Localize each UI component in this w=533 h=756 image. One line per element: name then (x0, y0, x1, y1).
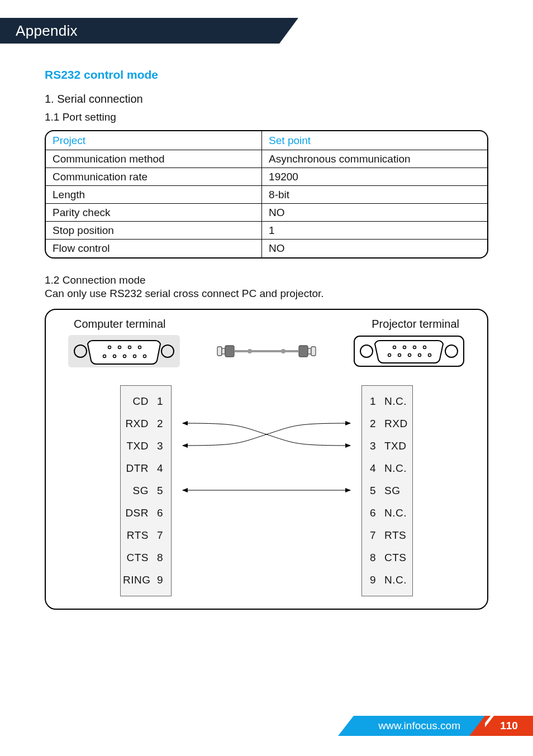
table-row: Communication rate19200 (46, 168, 487, 186)
section-title: RS232 control mode (45, 68, 488, 82)
svg-rect-16 (299, 346, 308, 357)
svg-rect-15 (225, 346, 234, 357)
pin-row: 6N.C. (364, 502, 410, 524)
computer-terminal-label: Computer terminal (74, 318, 166, 331)
port-setting-heading: 1.1 Port setting (45, 111, 488, 123)
table-row: Length8-bit (46, 186, 487, 204)
pin-row: 7RTS (364, 524, 410, 547)
table-row: Parity checkNO (46, 204, 487, 222)
th-project: Project (46, 131, 262, 150)
svg-rect-13 (217, 347, 222, 356)
pin-row: DSR6 (123, 502, 169, 524)
db9-male-icon (353, 335, 465, 370)
svg-rect-14 (222, 348, 225, 354)
pin-row: SG5 (123, 480, 169, 502)
port-setting-table: Project Set point Communication methodAs… (45, 130, 488, 259)
serial-heading: 1. Serial connection (45, 93, 488, 106)
svg-point-3 (161, 345, 174, 357)
pin-row: 2RXD (364, 413, 410, 435)
table-row: Communication methodAsynchronous communi… (46, 150, 487, 168)
pin-row: CTS8 (123, 547, 169, 569)
pin-row: RXD2 (123, 413, 169, 435)
pin-row: 9N.C. (364, 569, 410, 591)
svg-point-20 (248, 349, 252, 353)
conn-mode-text: Can only use RS232 serial cross connect … (45, 288, 488, 300)
page-content: RS232 control mode 1. Serial connection … (45, 68, 488, 610)
pin-row: 4N.C. (364, 457, 410, 480)
svg-point-21 (281, 349, 285, 353)
db9-female-icon (68, 335, 180, 370)
pin-row: 1N.C. (364, 390, 410, 413)
svg-point-23 (360, 345, 373, 357)
projector-terminal-label: Projector terminal (372, 318, 459, 331)
pin-row: CD1 (123, 390, 169, 413)
serial-cable-icon (216, 340, 317, 365)
pin-row: DTR4 (123, 457, 169, 480)
pin-row: 3TXD (364, 435, 410, 457)
cross-connection-arrows-icon (172, 385, 361, 597)
pin-row: RING9 (123, 569, 169, 591)
th-setpoint: Set point (262, 131, 487, 150)
appendix-header: Appendix (0, 18, 279, 44)
table-row: Stop position1 (46, 222, 487, 240)
pin-row: RTS7 (123, 524, 169, 547)
connection-diagram: Computer terminal Projector terminal (45, 309, 488, 610)
projector-pin-list: 1N.C. 2RXD 3TXD 4N.C. 5SG 6N.C. 7RTS 8CT… (361, 385, 413, 596)
pin-row: TXD3 (123, 435, 169, 457)
page-number: 110 (485, 716, 533, 736)
conn-mode-heading: 1.2 Connection mode (45, 274, 488, 286)
pinout-diagram: CD1 RXD2 TXD3 DTR4 SG5 DSR6 RTS7 CTS8 RI… (63, 385, 470, 596)
footer-url: www.infocus.com (354, 716, 485, 736)
table-row: Flow controlNO (46, 240, 487, 257)
pin-row: 8CTS (364, 547, 410, 569)
svg-point-1 (74, 345, 87, 357)
page-footer: www.infocus.com 110 (354, 716, 533, 736)
computer-pin-list: CD1 RXD2 TXD3 DTR4 SG5 DSR6 RTS7 CTS8 RI… (120, 385, 172, 596)
svg-rect-18 (311, 347, 316, 356)
svg-rect-17 (308, 348, 311, 354)
pin-row: 5SG (364, 480, 410, 502)
svg-point-24 (445, 345, 458, 357)
